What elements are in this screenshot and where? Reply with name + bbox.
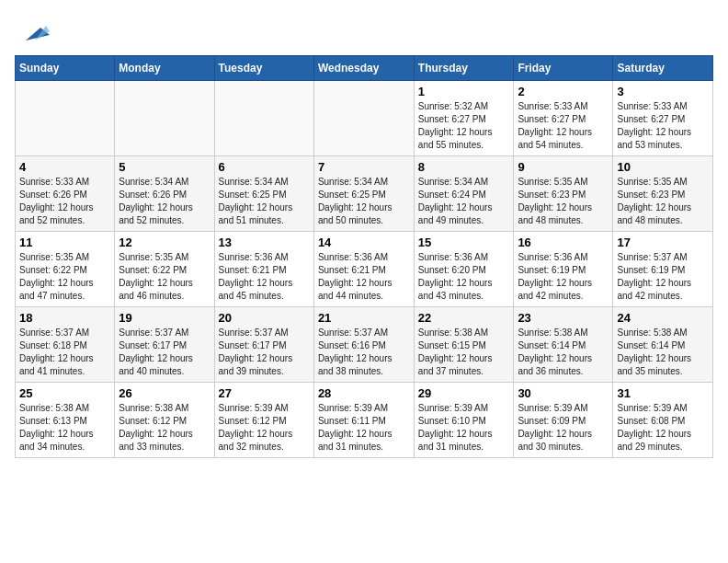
calendar-day-cell: 25Sunrise: 5:38 AM Sunset: 6:13 PM Dayli…: [16, 383, 115, 458]
calendar-day-cell: 31Sunrise: 5:39 AM Sunset: 6:08 PM Dayli…: [613, 383, 713, 458]
calendar-week-row: 18Sunrise: 5:37 AM Sunset: 6:18 PM Dayli…: [16, 307, 713, 383]
day-info: Sunrise: 5:35 AM Sunset: 6:23 PM Dayligh…: [617, 176, 709, 227]
day-number: 25: [19, 386, 110, 400]
calendar-day-header: Tuesday: [214, 56, 313, 81]
day-info: Sunrise: 5:34 AM Sunset: 6:26 PM Dayligh…: [119, 176, 210, 227]
calendar-day-header: Wednesday: [313, 56, 414, 81]
day-info: Sunrise: 5:33 AM Sunset: 6:26 PM Dayligh…: [19, 176, 110, 227]
calendar-day-cell: 15Sunrise: 5:36 AM Sunset: 6:20 PM Dayli…: [414, 232, 514, 307]
day-info: Sunrise: 5:39 AM Sunset: 6:08 PM Dayligh…: [617, 402, 709, 454]
calendar-day-cell: 24Sunrise: 5:38 AM Sunset: 6:14 PM Dayli…: [613, 307, 713, 383]
day-info: Sunrise: 5:39 AM Sunset: 6:10 PM Dayligh…: [418, 402, 510, 454]
day-number: 28: [318, 386, 410, 400]
calendar-day-cell: 19Sunrise: 5:37 AM Sunset: 6:17 PM Dayli…: [115, 307, 214, 383]
calendar-day-cell: 13Sunrise: 5:36 AM Sunset: 6:21 PM Dayli…: [214, 232, 313, 307]
calendar-week-row: 4Sunrise: 5:33 AM Sunset: 6:26 PM Daylig…: [16, 156, 713, 232]
calendar-day-cell: 11Sunrise: 5:35 AM Sunset: 6:22 PM Dayli…: [16, 232, 115, 307]
calendar-day-cell: [16, 81, 115, 156]
day-info: Sunrise: 5:38 AM Sunset: 6:15 PM Dayligh…: [418, 327, 510, 378]
day-number: 2: [518, 85, 609, 98]
day-info: Sunrise: 5:36 AM Sunset: 6:20 PM Dayligh…: [418, 251, 510, 303]
day-info: Sunrise: 5:37 AM Sunset: 6:17 PM Dayligh…: [119, 327, 210, 378]
calendar-day-cell: 14Sunrise: 5:36 AM Sunset: 6:21 PM Dayli…: [313, 232, 414, 307]
day-number: 29: [418, 386, 510, 400]
day-info: Sunrise: 5:39 AM Sunset: 6:09 PM Dayligh…: [518, 402, 609, 454]
calendar-header-row: SundayMondayTuesdayWednesdayThursdayFrid…: [16, 56, 713, 81]
day-number: 27: [219, 386, 310, 400]
day-number: 24: [617, 311, 709, 325]
day-number: 5: [119, 160, 210, 174]
day-number: 6: [219, 160, 310, 174]
day-info: Sunrise: 5:37 AM Sunset: 6:16 PM Dayligh…: [318, 327, 410, 378]
calendar-day-header: Sunday: [16, 56, 115, 81]
calendar-day-cell: 3Sunrise: 5:33 AM Sunset: 6:27 PM Daylig…: [613, 81, 713, 156]
day-info: Sunrise: 5:36 AM Sunset: 6:21 PM Dayligh…: [219, 251, 310, 303]
calendar-day-cell: 28Sunrise: 5:39 AM Sunset: 6:11 PM Dayli…: [313, 383, 414, 458]
day-number: 11: [19, 236, 110, 249]
logo: [15, 15, 50, 48]
day-info: Sunrise: 5:36 AM Sunset: 6:21 PM Dayligh…: [318, 251, 410, 303]
calendar-day-cell: 9Sunrise: 5:35 AM Sunset: 6:23 PM Daylig…: [514, 156, 613, 232]
day-info: Sunrise: 5:32 AM Sunset: 6:27 PM Dayligh…: [418, 100, 510, 152]
calendar-day-header: Friday: [514, 56, 613, 81]
calendar-day-cell: 30Sunrise: 5:39 AM Sunset: 6:09 PM Dayli…: [514, 383, 613, 458]
day-number: 12: [119, 236, 210, 249]
day-info: Sunrise: 5:38 AM Sunset: 6:13 PM Dayligh…: [19, 402, 110, 454]
calendar-day-cell: 27Sunrise: 5:39 AM Sunset: 6:12 PM Dayli…: [214, 383, 313, 458]
calendar-day-cell: 16Sunrise: 5:36 AM Sunset: 6:19 PM Dayli…: [514, 232, 613, 307]
day-info: Sunrise: 5:35 AM Sunset: 6:23 PM Dayligh…: [518, 176, 609, 227]
calendar-day-cell: 21Sunrise: 5:37 AM Sunset: 6:16 PM Dayli…: [313, 307, 414, 383]
day-number: 14: [318, 236, 410, 249]
calendar-week-row: 1Sunrise: 5:32 AM Sunset: 6:27 PM Daylig…: [16, 81, 713, 156]
calendar-table: SundayMondayTuesdayWednesdayThursdayFrid…: [15, 55, 713, 458]
day-info: Sunrise: 5:39 AM Sunset: 6:12 PM Dayligh…: [219, 402, 310, 454]
day-number: 3: [617, 85, 709, 98]
day-info: Sunrise: 5:36 AM Sunset: 6:19 PM Dayligh…: [518, 251, 609, 303]
day-number: 8: [418, 160, 510, 174]
calendar-day-header: Monday: [115, 56, 214, 81]
logo-icon: [17, 15, 50, 48]
day-info: Sunrise: 5:38 AM Sunset: 6:14 PM Dayligh…: [518, 327, 609, 378]
day-number: 21: [318, 311, 410, 325]
calendar-day-cell: 8Sunrise: 5:34 AM Sunset: 6:24 PM Daylig…: [414, 156, 514, 232]
day-info: Sunrise: 5:38 AM Sunset: 6:12 PM Dayligh…: [119, 402, 210, 454]
calendar-week-row: 25Sunrise: 5:38 AM Sunset: 6:13 PM Dayli…: [16, 383, 713, 458]
day-number: 10: [617, 160, 709, 174]
calendar-day-cell: 23Sunrise: 5:38 AM Sunset: 6:14 PM Dayli…: [514, 307, 613, 383]
day-number: 30: [518, 386, 609, 400]
calendar-day-cell: 22Sunrise: 5:38 AM Sunset: 6:15 PM Dayli…: [414, 307, 514, 383]
calendar-day-cell: 6Sunrise: 5:34 AM Sunset: 6:25 PM Daylig…: [214, 156, 313, 232]
calendar-day-header: Saturday: [613, 56, 713, 81]
calendar-day-cell: 12Sunrise: 5:35 AM Sunset: 6:22 PM Dayli…: [115, 232, 214, 307]
page-header: [15, 15, 713, 48]
day-info: Sunrise: 5:34 AM Sunset: 6:24 PM Dayligh…: [418, 176, 510, 227]
day-number: 15: [418, 236, 510, 249]
day-info: Sunrise: 5:37 AM Sunset: 6:19 PM Dayligh…: [617, 251, 709, 303]
day-info: Sunrise: 5:35 AM Sunset: 6:22 PM Dayligh…: [119, 251, 210, 303]
day-number: 4: [19, 160, 110, 174]
day-number: 22: [418, 311, 510, 325]
day-number: 7: [318, 160, 410, 174]
day-number: 9: [518, 160, 609, 174]
day-info: Sunrise: 5:34 AM Sunset: 6:25 PM Dayligh…: [318, 176, 410, 227]
calendar-week-row: 11Sunrise: 5:35 AM Sunset: 6:22 PM Dayli…: [16, 232, 713, 307]
day-info: Sunrise: 5:34 AM Sunset: 6:25 PM Dayligh…: [219, 176, 310, 227]
calendar-day-header: Thursday: [414, 56, 514, 81]
calendar-day-cell: [214, 81, 313, 156]
day-number: 16: [518, 236, 609, 249]
day-number: 1: [418, 85, 510, 98]
day-info: Sunrise: 5:35 AM Sunset: 6:22 PM Dayligh…: [19, 251, 110, 303]
calendar-day-cell: 29Sunrise: 5:39 AM Sunset: 6:10 PM Dayli…: [414, 383, 514, 458]
calendar-day-cell: 18Sunrise: 5:37 AM Sunset: 6:18 PM Dayli…: [16, 307, 115, 383]
day-number: 17: [617, 236, 709, 249]
calendar-day-cell: 17Sunrise: 5:37 AM Sunset: 6:19 PM Dayli…: [613, 232, 713, 307]
day-number: 31: [617, 386, 709, 400]
day-info: Sunrise: 5:33 AM Sunset: 6:27 PM Dayligh…: [518, 100, 609, 152]
calendar-day-cell: 4Sunrise: 5:33 AM Sunset: 6:26 PM Daylig…: [16, 156, 115, 232]
day-info: Sunrise: 5:39 AM Sunset: 6:11 PM Dayligh…: [318, 402, 410, 454]
day-number: 20: [219, 311, 310, 325]
day-number: 13: [219, 236, 310, 249]
calendar-day-cell: 26Sunrise: 5:38 AM Sunset: 6:12 PM Dayli…: [115, 383, 214, 458]
calendar-day-cell: 5Sunrise: 5:34 AM Sunset: 6:26 PM Daylig…: [115, 156, 214, 232]
calendar-day-cell: [313, 81, 414, 156]
